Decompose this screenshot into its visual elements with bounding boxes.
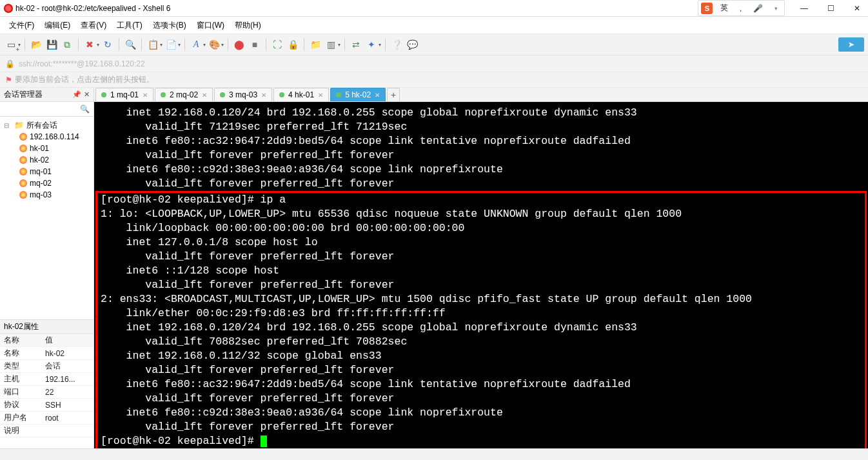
- tab-close-icon[interactable]: ✕: [261, 92, 266, 99]
- ime-extra: ‚: [736, 3, 745, 14]
- tab-close-icon[interactable]: ✕: [318, 92, 323, 99]
- dropdown-icon[interactable]: ▾: [338, 42, 340, 48]
- address-text[interactable]: ssh://root:********@192.168.0.120:22: [19, 59, 145, 68]
- dropdown-icon[interactable]: ▾: [221, 42, 224, 48]
- ime-indicator[interactable]: S 英 ‚ 🎤 ▾: [698, 0, 785, 16]
- collapse-icon[interactable]: ⊟: [4, 122, 12, 129]
- minimize-button[interactable]: —: [796, 3, 812, 14]
- col-name[interactable]: 名称: [0, 335, 45, 346]
- copy-icon[interactable]: 📋: [146, 37, 160, 52]
- menubar: 文件(F) 编辑(E) 查看(V) 工具(T) 选项卡(B) 窗口(W) 帮助(…: [0, 17, 868, 34]
- tab-close-icon[interactable]: ✕: [375, 92, 380, 99]
- property-row: 主机192.16...: [0, 373, 94, 386]
- dropdown-icon[interactable]: ▾: [97, 42, 99, 48]
- search-icon[interactable]: 🔍: [80, 105, 90, 114]
- status-dot-icon: [161, 92, 166, 97]
- color-icon[interactable]: 🎨: [207, 37, 221, 52]
- session-item[interactable]: 192.168.0.114: [1, 131, 92, 143]
- properties-grid: 名称hk-02类型会话主机192.16...端口22协议SSH用户名root说明: [0, 347, 94, 448]
- font-icon[interactable]: A: [189, 37, 203, 52]
- pin-icon[interactable]: 📌: [72, 90, 81, 99]
- chat-icon[interactable]: 💬: [405, 37, 419, 52]
- menu-help[interactable]: 帮助(H): [230, 17, 266, 34]
- disconnect-icon[interactable]: ✖: [83, 37, 97, 52]
- maximize-button[interactable]: ☐: [824, 3, 838, 14]
- tab-5[interactable]: 5 hk-02✕: [330, 88, 386, 101]
- panel-close-icon[interactable]: ✕: [84, 90, 90, 99]
- tab-close-icon[interactable]: ✕: [143, 92, 148, 99]
- folder-icon: 📁: [14, 121, 24, 130]
- new-transfer-icon[interactable]: ✦: [364, 37, 379, 52]
- fullscreen-icon[interactable]: ⛶: [270, 37, 284, 52]
- send-button[interactable]: ➤: [838, 37, 864, 52]
- tip-text: 要添加当前会话，点击左侧的箭头按钮。: [15, 74, 154, 85]
- separator: [141, 38, 142, 51]
- tab-add-button[interactable]: +: [387, 88, 400, 101]
- session-icon: [19, 133, 27, 141]
- menu-file[interactable]: 文件(F): [4, 17, 39, 34]
- paste-icon[interactable]: 📄: [164, 37, 178, 52]
- tab-1[interactable]: 1 mq-01✕: [95, 88, 153, 101]
- menu-view[interactable]: 查看(V): [75, 17, 112, 34]
- menu-tools[interactable]: 工具(T): [112, 17, 147, 34]
- tab-label: 4 hk-01: [288, 90, 314, 99]
- tab-2[interactable]: 2 mq-02✕: [155, 88, 213, 101]
- reconnect-icon[interactable]: ↻: [101, 37, 115, 52]
- tab-bar: 1 mq-01✕2 mq-02✕3 mq-03✕4 hk-01✕5 hk-02✕…: [94, 88, 868, 102]
- tab-4[interactable]: 4 hk-01✕: [273, 88, 329, 101]
- properties-columns: 名称 值: [0, 334, 94, 347]
- new-session-icon[interactable]: ▭: [4, 37, 18, 52]
- dropdown-icon[interactable]: ▾: [203, 42, 206, 48]
- col-value[interactable]: 值: [45, 335, 94, 346]
- session-item[interactable]: mq-01: [1, 166, 92, 177]
- session-panel-title: 会话管理器: [4, 89, 43, 100]
- lock-session-icon[interactable]: 🔒: [286, 37, 300, 52]
- tab-3[interactable]: 3 mq-03✕: [214, 88, 272, 101]
- terminal-scrollback: inet 192.168.0.120/24 brd 192.168.0.255 …: [101, 106, 862, 191]
- tab-close-icon[interactable]: ✕: [202, 92, 207, 99]
- status-dot-icon: [101, 92, 106, 97]
- properties-icon[interactable]: ⧉: [60, 37, 74, 52]
- session-item[interactable]: mq-03: [1, 189, 92, 201]
- status-dot-icon: [336, 92, 341, 97]
- dropdown-icon[interactable]: ▾: [379, 42, 381, 48]
- session-tree[interactable]: ⊟ 📁 所有会话 192.168.0.114hk-01hk-02mq-01mq-…: [0, 117, 94, 319]
- properties-header: hk-02属性: [0, 320, 94, 334]
- session-icon: [19, 179, 27, 187]
- session-label: mq-01: [30, 167, 52, 176]
- dropdown-icon[interactable]: ▾: [160, 42, 163, 48]
- window-controls: S 英 ‚ 🎤 ▾ — ☐ ✕: [698, 0, 864, 16]
- stop-icon[interactable]: ■: [248, 37, 262, 52]
- separator: [78, 38, 79, 51]
- menu-edit[interactable]: 编辑(E): [39, 17, 75, 34]
- save-icon[interactable]: 💾: [44, 37, 59, 52]
- menu-window[interactable]: 窗口(W): [192, 17, 230, 34]
- record-icon[interactable]: ⬤: [232, 37, 246, 52]
- xftp-icon[interactable]: ⇄: [349, 37, 363, 52]
- status-dot-icon: [279, 92, 284, 97]
- status-bar: [0, 448, 868, 460]
- property-key: 协议: [0, 399, 45, 410]
- titlebar: hk-02 - root@hk-02:/etc/keepalived - Xsh…: [0, 0, 868, 17]
- help-toolbar-icon[interactable]: ❔: [390, 37, 404, 52]
- session-item[interactable]: mq-02: [1, 177, 92, 189]
- menu-tabs[interactable]: 选项卡(B): [148, 17, 192, 34]
- mic-icon: 🎤: [749, 3, 767, 14]
- tab-label: 1 mq-01: [110, 90, 139, 99]
- property-row: 端口22: [0, 386, 94, 399]
- tip-bar: ⚑ 要添加当前会话，点击左侧的箭头按钮。: [0, 72, 868, 88]
- close-button[interactable]: ✕: [850, 3, 864, 14]
- tree-root[interactable]: ⊟ 📁 所有会话: [1, 119, 92, 131]
- property-row: 用户名root: [0, 412, 94, 425]
- search-icon[interactable]: 🔍: [123, 37, 137, 52]
- open-icon[interactable]: 📂: [29, 37, 43, 52]
- property-key: 端口: [0, 386, 45, 397]
- terminal[interactable]: inet 192.168.0.120/24 brd 192.168.0.255 …: [94, 102, 868, 448]
- ime-brand-icon: S: [701, 3, 713, 14]
- property-value: hk-02: [45, 349, 94, 358]
- folder-icon[interactable]: 📁: [308, 37, 322, 52]
- dropdown-icon[interactable]: ▾: [178, 42, 181, 48]
- session-item[interactable]: hk-02: [1, 154, 92, 166]
- terminal-mode-icon[interactable]: ▥: [324, 37, 338, 52]
- session-item[interactable]: hk-01: [1, 143, 92, 154]
